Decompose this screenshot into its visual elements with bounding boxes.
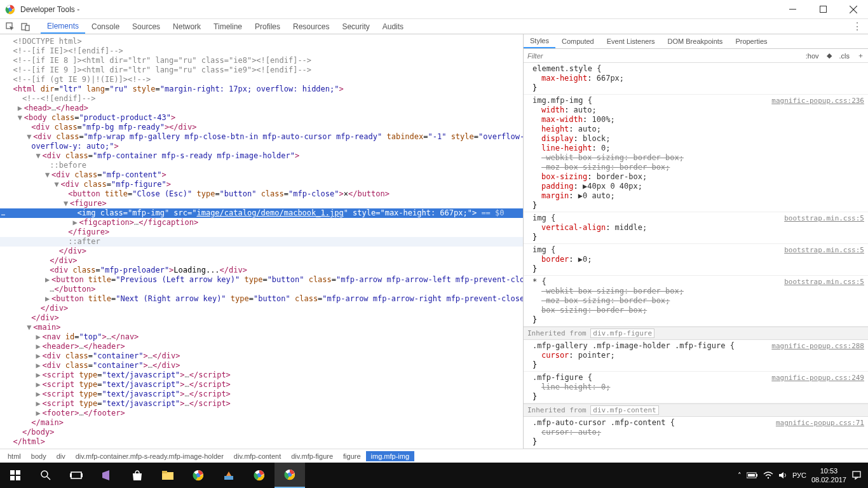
svg-point-13 (41, 471, 48, 477)
hov-toggle[interactable]: :hov (802, 52, 823, 60)
css-rule[interactable]: magnific-popup.css:71.mfp-auto-cursor .m… (524, 417, 868, 449)
bc-figure-div[interactable]: div.mfp-figure (286, 451, 338, 461)
source-link[interactable]: magnific-popup.css:236 (771, 96, 864, 105)
comment: <!--<![endif]--> (22, 94, 96, 103)
pseudo-before: ::before (50, 161, 86, 170)
css-rule[interactable]: bootstrap.min.css:5img {vertical-align: … (524, 212, 868, 244)
bc-div[interactable]: div (51, 451, 71, 461)
tray-lang[interactable]: РУС (792, 471, 806, 479)
sidetab-properties[interactable]: Properties (729, 34, 773, 48)
tray-battery-icon[interactable] (747, 471, 758, 479)
svg-rect-10 (16, 470, 20, 475)
source-link[interactable]: bootstrap.min.css:5 (784, 277, 864, 287)
comment: <!--[if (gt IE 9)|!(IE)]><!--> (13, 75, 151, 84)
bc-html[interactable]: html (3, 451, 26, 461)
more-menu-icon[interactable]: ⋮ (852, 20, 863, 32)
svg-rect-15 (71, 472, 81, 478)
tray-notifications-icon[interactable] (851, 470, 862, 480)
tab-console[interactable]: Console (85, 19, 126, 34)
sidetab-computed[interactable]: Computed (555, 34, 600, 48)
sidetab-eventlisteners[interactable]: Event Listeners (600, 34, 661, 48)
chrome-icon (5, 4, 15, 15)
svg-rect-3 (820, 6, 826, 13)
doctype: <!DOCTYPE html> (13, 37, 81, 46)
svg-rect-17 (81, 473, 83, 477)
sidetab-dombreakpoints[interactable]: DOM Breakpoints (661, 34, 729, 48)
bc-container[interactable]: div.mfp-container.mfp-s-ready.mfp-image-… (71, 451, 229, 461)
source-link[interactable]: bootstrap.min.css:5 (784, 245, 864, 255)
app-chrome2[interactable] (244, 463, 275, 488)
styles-filter-input[interactable] (524, 51, 802, 61)
css-rule[interactable]: magnific-popup.css:288.mfp-gallery .mfp-… (524, 340, 868, 372)
svg-rect-31 (853, 471, 860, 477)
svg-rect-8 (25, 25, 29, 30)
tab-audits[interactable]: Audits (376, 19, 410, 34)
bc-content[interactable]: div.mfp-content (229, 451, 286, 461)
svg-rect-29 (748, 474, 755, 477)
pin-icon[interactable]: ◆ (823, 51, 836, 60)
windows-taskbar: ˄ РУС 10:53 08.02.2017 (0, 463, 868, 488)
bc-body[interactable]: body (26, 451, 51, 461)
app-misc[interactable] (214, 463, 244, 488)
device-mode-icon[interactable] (19, 20, 32, 33)
selected-dom-node[interactable]: … <img class="mfp-img" src="image/catalo… (0, 208, 523, 218)
svg-rect-11 (10, 476, 15, 480)
comment: <!--[if IE 8 ]><html dir="ltr" lang="ru"… (13, 56, 311, 65)
sidetab-styles[interactable]: Styles (524, 34, 555, 48)
tray-clock[interactable]: 10:53 08.02.2017 (811, 466, 846, 484)
bc-img[interactable]: img.mfp-img (366, 451, 415, 461)
tab-profiles[interactable]: Profiles (248, 19, 287, 34)
start-button[interactable] (0, 463, 31, 488)
inherited-from: Inherited from div.mfp-content (524, 403, 868, 417)
comment: <!--[if IE 9 ]><html dir="ltr" lang="ru"… (13, 65, 311, 74)
svg-rect-22 (224, 476, 233, 480)
app-vs[interactable] (92, 463, 122, 488)
svg-rect-16 (70, 473, 72, 477)
devtools-tabs: Elements Console Sources Network Timelin… (0, 19, 868, 34)
maximize-button[interactable] (813, 3, 832, 16)
source-link[interactable]: magnific-popup.css:288 (771, 341, 864, 351)
tab-sources[interactable]: Sources (126, 19, 166, 34)
svg-rect-19 (162, 471, 167, 473)
tab-timeline[interactable]: Timeline (207, 19, 248, 34)
tray-sound-icon[interactable] (778, 471, 787, 480)
source-link[interactable]: magnific-popup.css:249 (771, 373, 864, 383)
search-icon[interactable] (31, 463, 61, 488)
taskview-icon[interactable] (61, 463, 92, 488)
dom-breadcrumb: html body div div.mfp-container.mfp-s-re… (0, 449, 868, 463)
tray-up-icon[interactable]: ˄ (738, 471, 742, 480)
css-rule[interactable]: bootstrap.min.css:5img {border: ▶0;} (524, 244, 868, 276)
css-rule[interactable]: bootstrap.min.css:5* {-webkit-box-sizing… (524, 276, 868, 327)
app-chrome-active[interactable] (275, 463, 305, 488)
app-explorer[interactable] (153, 463, 183, 488)
pseudo-after: ::after (68, 237, 100, 246)
css-rule[interactable]: magnific-popup.css:249.mfp-figure {line-… (524, 372, 868, 403)
source-link[interactable]: magnific-popup.css:71 (776, 418, 864, 428)
close-button[interactable] (844, 3, 863, 16)
titlebar: Developer Tools - (0, 0, 868, 19)
source-link[interactable]: bootstrap.min.css:5 (784, 214, 864, 223)
svg-point-30 (768, 477, 769, 478)
svg-rect-9 (10, 470, 15, 475)
tray-wifi-icon[interactable] (763, 471, 773, 479)
css-rule[interactable]: magnific-popup.css:236img.mfp-img {width… (524, 95, 868, 212)
bc-figure[interactable]: figure (338, 451, 366, 461)
tab-security[interactable]: Security (336, 19, 376, 34)
svg-rect-12 (16, 476, 20, 480)
window-title: Developer Tools - (20, 5, 783, 14)
inherited-from: Inherited from div.mfp-figure (524, 327, 868, 340)
css-rule[interactable]: element.style {max-height: 667px;} (524, 63, 868, 95)
inspect-element-icon[interactable] (4, 20, 17, 33)
svg-rect-28 (756, 474, 757, 477)
tab-network[interactable]: Network (166, 19, 207, 34)
svg-line-14 (47, 477, 50, 480)
dom-tree[interactable]: <!DOCTYPE html> <!--[if IE]><![endif]-->… (0, 34, 523, 449)
minimize-button[interactable] (783, 3, 802, 16)
app-store[interactable] (122, 463, 153, 488)
add-rule-icon[interactable]: ＋ (853, 51, 868, 60)
cls-toggle[interactable]: .cls (836, 52, 854, 60)
app-chrome1[interactable] (183, 463, 214, 488)
tab-resources[interactable]: Resources (287, 19, 336, 34)
comment: <!--[if IE]><![endif]--> (13, 46, 123, 55)
tab-elements[interactable]: Elements (41, 19, 85, 34)
